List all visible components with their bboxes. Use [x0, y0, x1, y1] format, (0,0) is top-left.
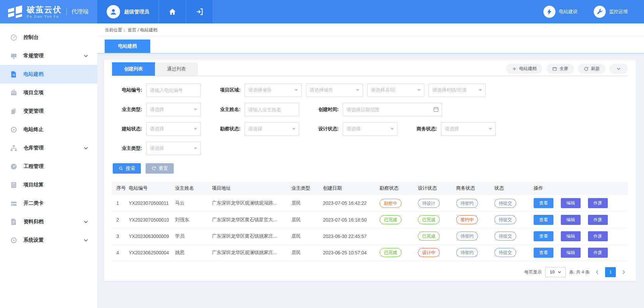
caret-down-icon [390, 128, 394, 130]
status-badge: 待提交 [494, 215, 516, 224]
owner-type-label: 业主类型: [113, 107, 142, 113]
void-button[interactable]: 作废 [588, 215, 608, 225]
sidebar-item-station-archive[interactable]: 电站建档 [0, 65, 97, 83]
refresh-icon [584, 66, 589, 71]
edit-button[interactable]: 编辑 [561, 231, 581, 241]
tab-passed-list[interactable]: 通过列表 [155, 62, 198, 76]
sidebar-item-engineering-mgmt[interactable]: 工程管理 [0, 157, 97, 176]
tab-create-list[interactable]: 创建列表 [112, 62, 155, 76]
status-badge: 待提交 [494, 199, 516, 208]
next-page-button[interactable] [619, 267, 628, 277]
app-title: 破茧云伏 [27, 5, 62, 14]
sidebar-item-station-terminate[interactable]: 电站终止 [0, 120, 97, 139]
province-select[interactable]: 请选择省份 [245, 83, 302, 97]
monitor-icon [10, 52, 17, 60]
top-header: 破茧云伏 Po Jian Yun Fu 代理端 超级管理员 电站建设 监控运维 [0, 0, 644, 23]
view-button[interactable]: 查看 [534, 248, 553, 258]
business-status-badge: 待签约 [456, 199, 478, 208]
caret-down-icon [194, 147, 197, 149]
county-select[interactable]: 请选择县/区 [367, 83, 424, 97]
station-code-input[interactable] [146, 83, 201, 97]
city-select[interactable]: 请选择城市 [306, 83, 363, 97]
breadcrumb: 当前位置： 首页 / 电站建档 [97, 23, 644, 37]
fullscreen-button[interactable]: 全屏 [546, 64, 574, 74]
survey-status-select[interactable]: 请选择 [245, 122, 299, 136]
logout-button[interactable] [186, 0, 213, 23]
edit-button[interactable]: 编辑 [561, 215, 581, 225]
collapse-toolbar-button[interactable] [609, 64, 628, 74]
date-range-input[interactable] [343, 103, 442, 116]
reset-icon [151, 166, 156, 171]
design-status-select[interactable]: 请选择 [343, 122, 397, 136]
home-icon [168, 8, 176, 16]
survey-status-badge: 已完成 [380, 248, 401, 257]
table-header-row: 序号 电站编号 业主姓名 项目地址 业主类型 创建日期 勘察状态 设计状态 商务… [112, 182, 628, 195]
caret-down-icon [292, 128, 296, 130]
sidebar-item-project-setup[interactable]: 项目立项 [0, 83, 97, 102]
view-button[interactable]: 查看 [534, 231, 553, 241]
refresh-button[interactable]: 刷新 [578, 64, 605, 74]
caret-down-icon [356, 89, 359, 91]
sidebar-item-project-settlement[interactable]: 项目结算 [0, 176, 97, 194]
town-select[interactable]: 请选择村镇/街道 [429, 83, 486, 97]
caret-down-icon [194, 109, 197, 111]
page-tab-station-archive[interactable]: 电站建档 [105, 40, 150, 53]
owner-type2-select[interactable]: 请选择 [146, 142, 201, 155]
wrench-icon [596, 8, 603, 15]
business-status-badge: 待签约 [456, 248, 478, 257]
calculator-icon [10, 181, 17, 189]
sidebar-item-change-mgmt[interactable]: 变更管理 [0, 102, 97, 120]
caret-down-icon [194, 128, 197, 130]
view-button[interactable]: 查看 [534, 198, 553, 208]
sidebar-item-console[interactable]: 控制台 [0, 28, 97, 47]
sidebar-item-class2-card[interactable]: 开二类卡 [0, 194, 97, 212]
void-button[interactable]: 作废 [588, 198, 608, 208]
mode-monitor-ops[interactable]: 监控运维 [594, 0, 628, 23]
owner-type2-label: 业主类型: [113, 145, 142, 151]
table-row: 1 YX2023070500011 马云 广东深圳龙华区观澜镇观湖路... 居民… [112, 195, 628, 211]
chevron-right-icon [621, 269, 626, 275]
design-status-badge: 已完成 [418, 215, 440, 224]
mode-station-build[interactable]: 电站建设 [543, 0, 578, 23]
edit-button[interactable]: 编辑 [561, 198, 581, 208]
sidebar-item-general-mgmt[interactable]: 常规管理 [0, 47, 97, 65]
sidebar: 控制台 常规管理 电站建档 项目立项 变更管理 电站终止 仓库管理 [0, 23, 97, 308]
files-icon [10, 108, 17, 115]
owner-name-input[interactable] [245, 103, 299, 116]
create-station-button[interactable]: 电站建档 [506, 64, 542, 74]
avatar [107, 5, 120, 18]
chevron-left-icon [595, 269, 600, 275]
chevron-down-icon [83, 53, 89, 59]
chevron-down-icon [83, 219, 89, 225]
per-page-select[interactable]: 10 [545, 267, 566, 277]
sidebar-item-system-settings[interactable]: 系统设置 [0, 231, 97, 249]
caret-down-icon [294, 89, 298, 91]
search-button[interactable]: 搜索 [113, 163, 141, 174]
business-status-select[interactable]: 请选择 [441, 122, 496, 136]
reset-button[interactable]: 重置 [146, 163, 174, 174]
gauge-icon [10, 163, 17, 170]
station-table: 序号 电站编号 业主姓名 项目地址 业主类型 创建日期 勘察状态 设计状态 商务… [112, 182, 628, 261]
home-button[interactable] [159, 0, 186, 23]
sidebar-item-warehouse-mgmt[interactable]: 仓库管理 [0, 139, 97, 157]
table-row: 3 YX2023063000009 学员 广东深圳龙华区黄石镇姚家庄... 居民… [112, 228, 628, 244]
page-1-button[interactable]: 1 [605, 267, 616, 277]
void-button[interactable]: 作废 [588, 248, 608, 258]
build-status-select[interactable]: 请选择 [146, 122, 201, 136]
sidebar-item-data-archive[interactable]: 资料归档 [0, 212, 97, 231]
status-badge: 待提交 [494, 248, 516, 257]
chevron-down-icon [83, 238, 89, 243]
view-button[interactable]: 查看 [534, 215, 553, 225]
breadcrumb-path[interactable]: 首页 / 电站建档 [128, 27, 158, 33]
edit-button[interactable]: 编辑 [561, 248, 581, 258]
user-menu[interactable]: 超级管理员 [97, 0, 159, 23]
caret-down-icon [479, 89, 482, 91]
station-code-label: 电站编号: [113, 87, 142, 93]
design-status-badge: 待设计 [418, 199, 440, 208]
table-row: 4 YX2023062500004 姚思 广东深圳龙华区观澜镇姚家庄... 居民… [112, 244, 628, 261]
design-status-badge: 设计中 [418, 248, 440, 257]
owner-type-select[interactable]: 请选择 [146, 103, 201, 116]
card-icon [10, 200, 17, 207]
void-button[interactable]: 作废 [588, 231, 608, 241]
prev-page-button[interactable] [593, 267, 602, 277]
